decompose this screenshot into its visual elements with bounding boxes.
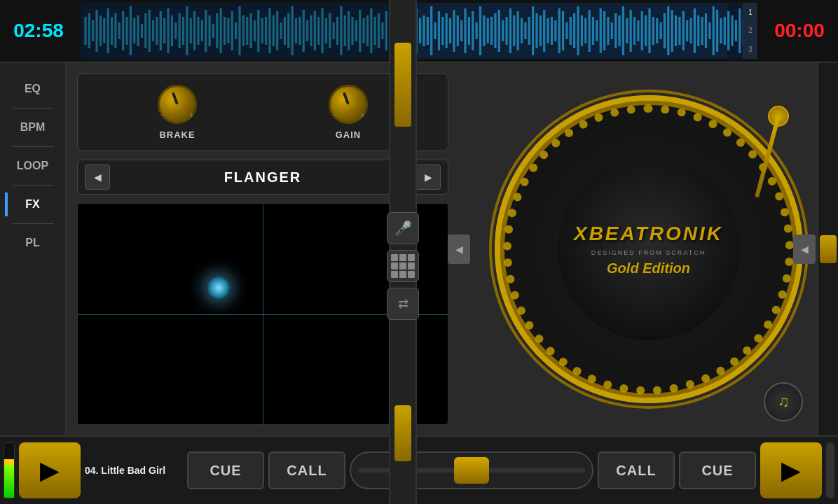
music-note-button[interactable]: ♫ — [764, 382, 803, 421]
grid-button[interactable] — [387, 250, 419, 282]
sidebar-item-bpm[interactable]: BPM — [5, 115, 61, 139]
cue-button-left[interactable]: CUE — [187, 451, 264, 489]
svg-rect-120 — [532, 6, 534, 55]
svg-rect-108 — [487, 18, 489, 43]
svg-rect-142 — [614, 13, 617, 48]
svg-rect-16 — [137, 15, 139, 46]
svg-rect-17 — [141, 24, 143, 38]
svg-rect-129 — [565, 22, 568, 39]
svg-rect-52 — [273, 15, 275, 46]
svg-rect-123 — [543, 10, 545, 52]
svg-rect-38 — [220, 8, 222, 53]
svg-rect-33 — [201, 20, 203, 41]
svg-rect-92 — [427, 17, 429, 45]
svg-rect-115 — [513, 15, 515, 46]
sidebar-item-eq[interactable]: EQ — [5, 77, 61, 101]
gain-knob[interactable]: − + — [329, 85, 368, 124]
svg-rect-159 — [678, 17, 680, 45]
svg-rect-78 — [370, 8, 372, 53]
vertical-slider-right[interactable] — [817, 63, 838, 435]
waveform-container[interactable]: 1 2 3 — [81, 3, 757, 59]
effect-next-button[interactable]: ▶ — [415, 164, 441, 190]
crossfader-top-slider[interactable] — [394, 43, 411, 127]
music-note-icon: ♫ — [778, 393, 790, 411]
svg-rect-143 — [618, 15, 620, 46]
svg-rect-138 — [600, 8, 602, 53]
svg-rect-100 — [457, 15, 459, 46]
effect-prev-button[interactable]: ◀ — [85, 164, 110, 190]
svg-rect-144 — [622, 6, 624, 55]
tonearm — [733, 106, 796, 211]
right-panel: ◀ XBEATRONIK DESIGNED FROM SCRATCH Gold … — [459, 63, 838, 435]
svg-rect-45 — [246, 17, 248, 45]
svg-rect-113 — [505, 17, 507, 45]
call-button-left[interactable]: CALL — [268, 451, 345, 489]
track-num-3: 3 — [748, 46, 753, 53]
call-button-right[interactable]: CALL — [598, 451, 675, 489]
gain-label: GAIN — [336, 130, 362, 140]
tonearm-arm — [755, 115, 781, 197]
svg-rect-124 — [547, 18, 549, 43]
svg-rect-160 — [682, 11, 685, 50]
svg-rect-37 — [216, 13, 218, 48]
svg-rect-118 — [524, 22, 526, 39]
crossfader-horizontal[interactable] — [350, 451, 593, 489]
svg-rect-8 — [107, 8, 109, 53]
sidebar-item-fx[interactable]: FX — [5, 192, 61, 216]
svg-rect-157 — [671, 10, 673, 52]
left-panel-arrow-button[interactable]: ◀ — [448, 234, 470, 264]
svg-rect-135 — [589, 10, 591, 52]
svg-rect-18 — [144, 13, 146, 48]
svg-rect-152 — [652, 17, 654, 45]
play-button-left[interactable]: ▶ — [19, 442, 81, 498]
svg-rect-80 — [378, 13, 380, 48]
svg-rect-145 — [626, 18, 628, 43]
scrollbar-right[interactable] — [826, 442, 834, 498]
crossfader-thumb[interactable] — [454, 457, 489, 484]
right-panel-arrow-button[interactable]: ◀ — [793, 234, 816, 264]
svg-rect-161 — [686, 20, 688, 41]
cue-button-right[interactable]: CUE — [679, 451, 756, 489]
brake-knob[interactable]: − + — [158, 85, 197, 124]
svg-rect-131 — [573, 13, 575, 48]
svg-rect-168 — [713, 6, 715, 55]
svg-rect-29 — [186, 6, 188, 55]
track-num-2: 2 — [748, 27, 753, 34]
svg-rect-13 — [125, 17, 128, 45]
svg-rect-49 — [261, 18, 263, 43]
play-icon-left: ▶ — [40, 456, 60, 485]
svg-rect-154 — [659, 22, 661, 39]
svg-rect-47 — [254, 20, 256, 41]
play-button-right[interactable]: ▶ — [760, 442, 822, 498]
svg-rect-25 — [171, 15, 173, 46]
svg-rect-77 — [366, 15, 369, 46]
center-buttons: 🎤 ⇄ — [387, 212, 419, 320]
brake-minus: − — [161, 111, 165, 119]
svg-rect-76 — [363, 18, 365, 43]
microphone-button[interactable]: 🎤 — [387, 212, 419, 244]
svg-rect-169 — [716, 10, 718, 52]
svg-rect-19 — [149, 10, 151, 52]
vertical-slider-thumb[interactable] — [820, 235, 837, 263]
svg-rect-51 — [268, 8, 270, 53]
svg-rect-15 — [133, 18, 135, 43]
shuffle-button[interactable]: ⇄ — [387, 288, 419, 320]
sidebar-divider-1 — [12, 108, 54, 108]
svg-rect-69 — [336, 17, 338, 45]
svg-rect-32 — [197, 17, 199, 45]
svg-rect-7 — [103, 18, 105, 43]
svg-rect-132 — [577, 6, 579, 55]
svg-rect-155 — [664, 13, 666, 48]
volume-meter — [4, 442, 15, 498]
svg-rect-91 — [423, 15, 425, 46]
sidebar-item-pl[interactable]: PL — [5, 231, 61, 255]
svg-rect-55 — [284, 17, 286, 45]
svg-rect-23 — [163, 18, 165, 43]
crossfader-bottom-slider[interactable] — [394, 405, 411, 461]
brake-label: BRAKE — [159, 130, 195, 140]
svg-rect-34 — [205, 10, 207, 52]
sidebar-item-loop[interactable]: LOOP — [5, 154, 61, 178]
svg-rect-171 — [724, 17, 726, 45]
svg-rect-128 — [562, 11, 564, 50]
svg-rect-119 — [528, 17, 530, 45]
